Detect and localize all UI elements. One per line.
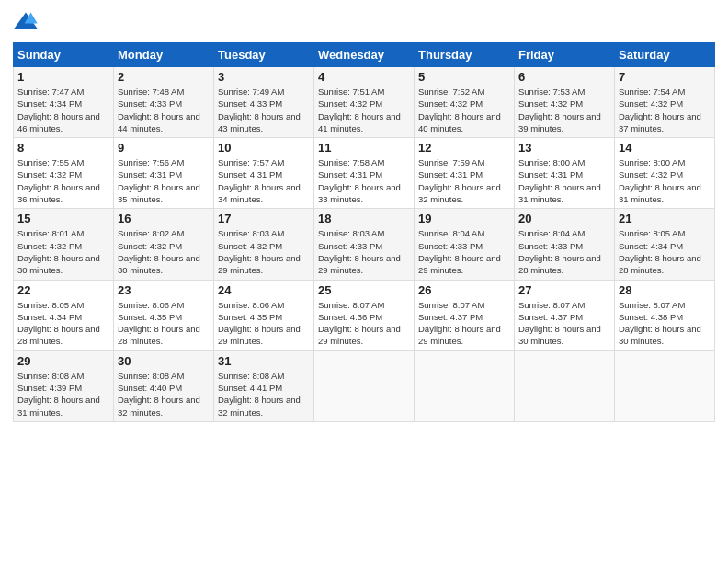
sunrise-label: Sunrise: 7:51 AM bbox=[318, 86, 384, 97]
sunrise-label: Sunrise: 7:47 AM bbox=[17, 86, 84, 97]
day-number: 12 bbox=[418, 141, 510, 155]
sunset-label: Sunset: 4:32 PM bbox=[619, 169, 683, 179]
calendar-cell: 5 Sunrise: 7:52 AM Sunset: 4:32 PM Dayli… bbox=[415, 67, 515, 138]
daylight-label: Daylight: 8 hours and 39 minutes. bbox=[518, 111, 601, 133]
calendar-cell bbox=[615, 350, 715, 421]
day-number: 24 bbox=[218, 283, 310, 297]
daylight-label: Daylight: 8 hours and 29 minutes. bbox=[418, 253, 501, 275]
sunrise-label: Sunrise: 8:01 AM bbox=[17, 228, 84, 238]
daylight-label: Daylight: 8 hours and 28 minutes. bbox=[619, 253, 701, 275]
calendar-cell: 25 Sunrise: 8:07 AM Sunset: 4:36 PM Dayl… bbox=[314, 280, 415, 350]
calendar-cell: 30 Sunrise: 8:08 AM Sunset: 4:40 PM Dayl… bbox=[114, 350, 214, 421]
calendar-cell: 11 Sunrise: 7:58 AM Sunset: 4:31 PM Dayl… bbox=[314, 138, 415, 209]
sunrise-label: Sunrise: 8:05 AM bbox=[619, 228, 685, 238]
daylight-label: Daylight: 8 hours and 43 minutes. bbox=[218, 111, 301, 133]
day-info: Sunrise: 7:55 AM Sunset: 4:32 PM Dayligh… bbox=[17, 156, 109, 205]
sunrise-label: Sunrise: 8:06 AM bbox=[118, 300, 184, 310]
day-info: Sunrise: 8:00 AM Sunset: 4:32 PM Dayligh… bbox=[619, 156, 711, 205]
daylight-label: Daylight: 8 hours and 41 minutes. bbox=[318, 111, 401, 133]
day-number: 20 bbox=[518, 212, 610, 225]
calendar-cell: 21 Sunrise: 8:05 AM Sunset: 4:34 PM Dayl… bbox=[615, 209, 715, 280]
sunset-label: Sunset: 4:34 PM bbox=[619, 241, 683, 251]
day-info: Sunrise: 8:07 AM Sunset: 4:38 PM Dayligh… bbox=[619, 299, 711, 348]
day-header: Wednesday bbox=[314, 43, 415, 67]
daylight-label: Daylight: 8 hours and 32 minutes. bbox=[218, 395, 301, 417]
daylight-label: Daylight: 8 hours and 29 minutes. bbox=[418, 324, 501, 346]
sunset-label: Sunset: 4:32 PM bbox=[17, 169, 82, 179]
calendar-cell: 18 Sunrise: 8:03 AM Sunset: 4:33 PM Dayl… bbox=[314, 209, 415, 280]
calendar-cell: 17 Sunrise: 8:03 AM Sunset: 4:32 PM Dayl… bbox=[214, 209, 314, 280]
calendar-cell: 26 Sunrise: 8:07 AM Sunset: 4:37 PM Dayl… bbox=[415, 280, 515, 350]
day-number: 7 bbox=[619, 70, 711, 84]
calendar-cell: 10 Sunrise: 7:57 AM Sunset: 4:31 PM Dayl… bbox=[214, 138, 314, 209]
daylight-label: Daylight: 8 hours and 40 minutes. bbox=[418, 111, 501, 133]
calendar-cell: 31 Sunrise: 8:08 AM Sunset: 4:41 PM Dayl… bbox=[214, 350, 314, 421]
calendar-cell: 14 Sunrise: 8:00 AM Sunset: 4:32 PM Dayl… bbox=[615, 138, 715, 209]
sunset-label: Sunset: 4:33 PM bbox=[118, 98, 182, 109]
day-info: Sunrise: 7:59 AM Sunset: 4:31 PM Dayligh… bbox=[418, 156, 510, 205]
sunset-label: Sunset: 4:36 PM bbox=[318, 312, 382, 322]
day-info: Sunrise: 7:47 AM Sunset: 4:34 PM Dayligh… bbox=[17, 86, 109, 134]
logo bbox=[13, 9, 40, 35]
day-number: 18 bbox=[318, 212, 410, 225]
calendar-week-row: 8 Sunrise: 7:55 AM Sunset: 4:32 PM Dayli… bbox=[14, 138, 715, 209]
calendar-cell: 27 Sunrise: 8:07 AM Sunset: 4:37 PM Dayl… bbox=[515, 280, 615, 350]
daylight-label: Daylight: 8 hours and 30 minutes. bbox=[17, 253, 100, 275]
day-number: 19 bbox=[418, 212, 510, 225]
calendar-cell: 9 Sunrise: 7:56 AM Sunset: 4:31 PM Dayli… bbox=[114, 138, 214, 209]
calendar-cell: 6 Sunrise: 7:53 AM Sunset: 4:32 PM Dayli… bbox=[515, 67, 615, 138]
day-number: 4 bbox=[318, 70, 410, 84]
sunset-label: Sunset: 4:32 PM bbox=[619, 98, 683, 109]
day-info: Sunrise: 7:51 AM Sunset: 4:32 PM Dayligh… bbox=[318, 86, 410, 134]
day-header: Friday bbox=[515, 43, 615, 67]
sunrise-label: Sunrise: 7:59 AM bbox=[418, 157, 484, 167]
sunrise-label: Sunrise: 8:07 AM bbox=[418, 300, 484, 310]
sunset-label: Sunset: 4:34 PM bbox=[17, 312, 82, 322]
day-info: Sunrise: 8:00 AM Sunset: 4:31 PM Dayligh… bbox=[518, 156, 610, 205]
day-info: Sunrise: 7:56 AM Sunset: 4:31 PM Dayligh… bbox=[118, 156, 210, 205]
daylight-label: Daylight: 8 hours and 44 minutes. bbox=[118, 111, 200, 133]
day-number: 17 bbox=[218, 212, 310, 225]
daylight-label: Daylight: 8 hours and 32 minutes. bbox=[118, 395, 200, 417]
sunrise-label: Sunrise: 7:53 AM bbox=[518, 86, 585, 97]
day-info: Sunrise: 8:07 AM Sunset: 4:37 PM Dayligh… bbox=[418, 299, 510, 348]
sunrise-label: Sunrise: 8:07 AM bbox=[518, 300, 585, 310]
day-number: 21 bbox=[619, 212, 711, 225]
sunset-label: Sunset: 4:38 PM bbox=[619, 312, 683, 322]
day-number: 3 bbox=[218, 70, 310, 84]
day-number: 23 bbox=[118, 283, 210, 297]
sunset-label: Sunset: 4:39 PM bbox=[17, 383, 82, 393]
day-info: Sunrise: 8:06 AM Sunset: 4:35 PM Dayligh… bbox=[118, 299, 210, 348]
sunset-label: Sunset: 4:35 PM bbox=[118, 312, 182, 322]
day-header: Sunday bbox=[14, 43, 114, 67]
day-number: 15 bbox=[17, 212, 109, 225]
daylight-label: Daylight: 8 hours and 28 minutes. bbox=[17, 324, 100, 346]
logo-icon bbox=[13, 9, 39, 35]
calendar-cell bbox=[515, 350, 615, 421]
daylight-label: Daylight: 8 hours and 46 minutes. bbox=[17, 111, 100, 133]
day-number: 16 bbox=[118, 212, 210, 225]
sunrise-label: Sunrise: 7:57 AM bbox=[218, 157, 284, 167]
sunrise-label: Sunrise: 7:58 AM bbox=[318, 157, 384, 167]
calendar-cell bbox=[314, 350, 415, 421]
sunset-label: Sunset: 4:32 PM bbox=[118, 241, 182, 251]
day-info: Sunrise: 7:52 AM Sunset: 4:32 PM Dayligh… bbox=[418, 86, 510, 134]
day-info: Sunrise: 7:58 AM Sunset: 4:31 PM Dayligh… bbox=[318, 156, 410, 205]
sunrise-label: Sunrise: 8:07 AM bbox=[619, 300, 685, 310]
sunset-label: Sunset: 4:40 PM bbox=[118, 383, 182, 393]
day-number: 2 bbox=[118, 70, 210, 84]
day-info: Sunrise: 8:02 AM Sunset: 4:32 PM Dayligh… bbox=[118, 227, 210, 276]
day-number: 26 bbox=[418, 283, 510, 297]
sunrise-label: Sunrise: 8:03 AM bbox=[318, 228, 384, 238]
daylight-label: Daylight: 8 hours and 34 minutes. bbox=[218, 182, 301, 204]
daylight-label: Daylight: 8 hours and 29 minutes. bbox=[218, 253, 301, 275]
sunrise-label: Sunrise: 8:08 AM bbox=[218, 371, 284, 381]
day-info: Sunrise: 8:08 AM Sunset: 4:41 PM Dayligh… bbox=[218, 370, 310, 419]
sunset-label: Sunset: 4:32 PM bbox=[218, 241, 282, 251]
sunset-label: Sunset: 4:33 PM bbox=[318, 241, 382, 251]
day-number: 22 bbox=[17, 283, 109, 297]
day-number: 25 bbox=[318, 283, 410, 297]
day-header: Monday bbox=[114, 43, 214, 67]
sunrise-label: Sunrise: 8:04 AM bbox=[518, 228, 585, 238]
sunset-label: Sunset: 4:33 PM bbox=[518, 241, 583, 251]
